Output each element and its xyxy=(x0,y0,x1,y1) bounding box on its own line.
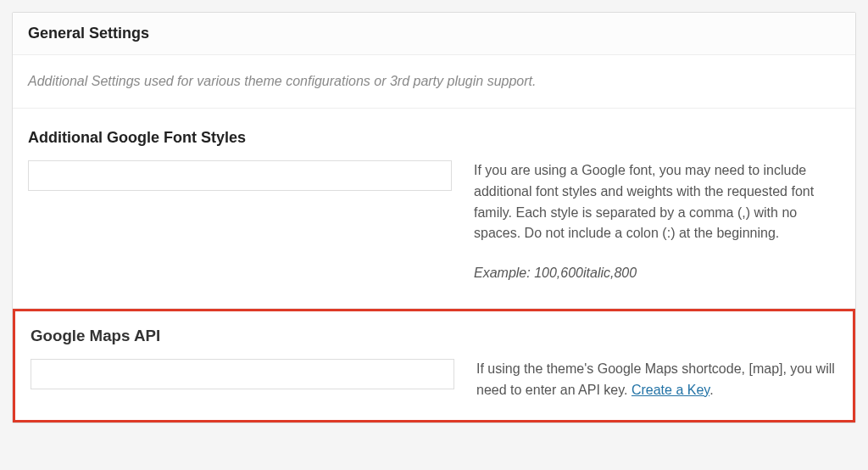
panel-description: Additional Settings used for various the… xyxy=(13,55,855,109)
maps-help: If using the theme's Google Maps shortco… xyxy=(476,359,837,401)
font-styles-help-text: If you are using a Google font, you may … xyxy=(474,160,840,244)
maps-input-col xyxy=(31,359,454,389)
maps-row: If using the theme's Google Maps shortco… xyxy=(31,359,837,401)
maps-highlight-box: Google Maps API If using the theme's Goo… xyxy=(13,309,855,422)
font-styles-input-col xyxy=(28,160,452,191)
font-styles-heading: Additional Google Font Styles xyxy=(28,129,840,147)
panel-title: General Settings xyxy=(28,25,840,42)
maps-heading: Google Maps API xyxy=(31,327,837,345)
maps-api-input[interactable] xyxy=(31,359,454,389)
general-settings-panel: General Settings Additional Settings use… xyxy=(12,12,856,423)
font-styles-help: If you are using a Google font, you may … xyxy=(474,160,840,284)
maps-section-wrap: Google Maps API If using the theme's Goo… xyxy=(13,309,855,422)
font-styles-section: Additional Google Font Styles If you are… xyxy=(13,109,855,309)
example-value: 100,600italic,800 xyxy=(534,266,637,280)
font-styles-row: If you are using a Google font, you may … xyxy=(28,160,840,284)
create-key-link[interactable]: Create a Key xyxy=(632,383,709,397)
panel-header: General Settings xyxy=(13,13,855,55)
font-styles-input[interactable] xyxy=(28,160,452,191)
maps-help-suffix: . xyxy=(709,383,713,397)
font-styles-example: Example: 100,600italic,800 xyxy=(474,263,840,284)
example-label: Example: xyxy=(474,266,531,280)
